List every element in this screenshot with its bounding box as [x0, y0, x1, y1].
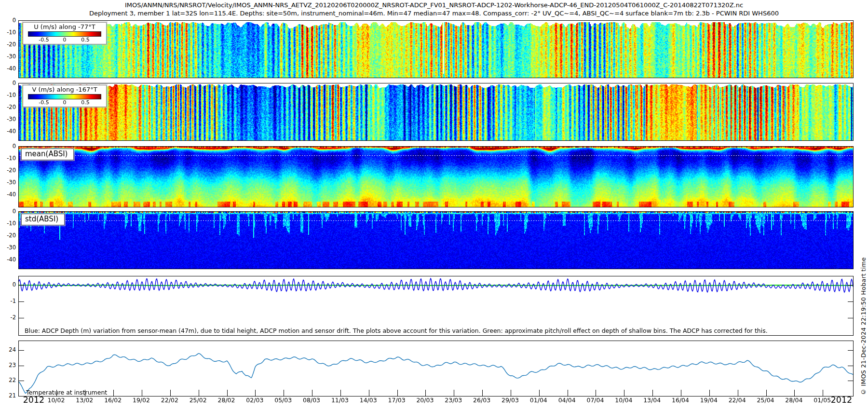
- colorbar-tick-label: 0: [63, 37, 67, 43]
- x-axis-date-label: 16/04: [665, 396, 696, 404]
- y-axis-tick-label: 0: [0, 208, 16, 215]
- x-axis-date-label: 28/04: [778, 396, 809, 404]
- x-axis-date-label: 01/05: [807, 396, 838, 404]
- y-axis-tick-label: -30: [0, 53, 16, 60]
- std-absi-label: std(ABSI): [21, 214, 65, 225]
- y-axis-tick-label: -2: [0, 314, 16, 321]
- y-axis-tick-label: -20: [0, 104, 16, 110]
- std-absi-heatmap: [19, 212, 853, 269]
- colorbar-tick-label: -0.5: [39, 37, 49, 43]
- mean-absi-heatmap: [19, 147, 853, 207]
- x-axis-date-label: 22/02: [154, 396, 185, 404]
- panel-std-absi: std(ABSI): [18, 211, 854, 269]
- panel-v-velocity: V (m/s) along -167°T -0.500.5: [18, 83, 854, 141]
- panel-temperature: Temperature at instrument: [18, 341, 854, 396]
- x-axis-date-label: 14/03: [353, 396, 384, 404]
- y-axis-tick-label: 0: [0, 143, 16, 150]
- colorbar-tick-label: 0: [63, 99, 67, 106]
- y-axis-tick-label: 0: [0, 80, 16, 86]
- y-axis-tick-label: 24: [0, 346, 16, 353]
- panel-u-velocity: U (m/s) along -77°T -0.500.5: [18, 20, 854, 78]
- y-axis-tick-label: -1: [0, 298, 16, 304]
- x-axis-date-label: 19/02: [126, 396, 157, 404]
- x-axis-date-label: 16/02: [97, 396, 128, 404]
- adcp-deployment-figure: IMOS/ANMN/NRS/NRSROT/Velocity/IMOS_ANMN-…: [0, 0, 868, 410]
- y-axis-tick-label: 22: [0, 377, 16, 383]
- y-axis-tick-label: -40: [0, 191, 16, 198]
- colorbar-tick-label: -0.5: [39, 99, 49, 106]
- u-legend-title: U (m/s) along -77°T: [23, 23, 106, 31]
- v-colorbar-ticks: -0.500.5: [23, 99, 106, 106]
- x-axis-date-label: 29/03: [495, 396, 526, 404]
- page-subtitle: Deployment 3, member 1 lat=32S lon=115.4…: [0, 10, 868, 17]
- x-axis-date-label: 19/04: [693, 396, 724, 404]
- x-axis-date-label: 25/02: [183, 396, 214, 404]
- colorbar-tick-label: 0.5: [81, 99, 90, 106]
- panel-depth-variation: Blue: ADCP Depth (m) variation from sens…: [18, 276, 854, 336]
- x-axis-date-label: 23/03: [438, 396, 469, 404]
- x-axis-date-label: 17/03: [381, 396, 412, 404]
- x-axis-date-label: 25/04: [750, 396, 781, 404]
- x-axis-date-label: 07/04: [580, 396, 610, 404]
- v-colorbar: [28, 94, 101, 99]
- x-axis-date-label: 22/04: [722, 396, 753, 404]
- x-axis-date-label: 28/02: [211, 396, 242, 404]
- y-axis-tick-label: -10: [0, 92, 16, 98]
- y-axis-tick-label: -10: [0, 29, 16, 36]
- y-axis-tick-label: -30: [0, 116, 16, 123]
- mean-absi-label: mean(ABSI): [21, 149, 74, 160]
- y-axis-tick-label: -40: [0, 256, 16, 263]
- temperature-plot: [19, 341, 853, 396]
- y-axis-tick-label: -10: [0, 220, 16, 227]
- x-axis-date-label: 20/03: [409, 396, 440, 404]
- y-axis-tick-label: 23: [0, 362, 16, 369]
- page-title: IMOS/ANMN/NRS/NRSROT/Velocity/IMOS_ANMN-…: [0, 1, 868, 9]
- x-axis-date-label: 13/04: [637, 396, 667, 404]
- y-axis-tick-label: 21: [0, 392, 16, 399]
- x-axis-date-label: 08/03: [296, 396, 327, 404]
- y-axis-tick-label: -40: [0, 65, 16, 72]
- y-axis-tick-label: -40: [0, 128, 16, 135]
- v-colorbar-legend: V (m/s) along -167°T -0.500.5: [23, 85, 107, 107]
- v-velocity-heatmap: [19, 83, 853, 140]
- imos-watermark: © IMOS 21-Dec-2024 22:19:50 Hobart time: [860, 216, 867, 396]
- x-axis-date-label: 02/03: [239, 396, 270, 404]
- panel-mean-absi: mean(ABSI): [18, 146, 854, 207]
- u-colorbar-ticks: -0.500.5: [23, 37, 106, 43]
- u-velocity-heatmap: [19, 21, 853, 78]
- x-axis-date-label: 01/04: [523, 396, 554, 404]
- v-legend-title: V (m/s) along -167°T: [23, 86, 106, 94]
- x-axis-date-label: 10/04: [608, 396, 639, 404]
- x-axis-date-label: 26/03: [466, 396, 497, 404]
- x-axis-date-label: 11/03: [325, 396, 355, 404]
- x-axis-date-label: 10/02: [41, 396, 71, 404]
- temperature-label: Temperature at instrument: [26, 389, 107, 396]
- y-axis-tick-label: -20: [0, 41, 16, 48]
- u-colorbar: [28, 31, 101, 37]
- y-axis-tick-label: 0: [0, 281, 16, 288]
- y-axis-tick-label: -30: [0, 244, 16, 251]
- x-axis-date-label: 05/03: [268, 396, 298, 404]
- y-axis-tick-label: 0: [0, 17, 16, 24]
- x-axis-date-label: 04/04: [552, 396, 583, 404]
- u-colorbar-legend: U (m/s) along -77°T -0.500.5: [23, 22, 107, 44]
- y-axis-tick-label: -10: [0, 155, 16, 162]
- y-axis-tick-label: -20: [0, 232, 16, 239]
- y-axis-tick-label: -20: [0, 167, 16, 174]
- colorbar-tick-label: 0.5: [81, 37, 90, 43]
- depth-variation-plot: [19, 276, 853, 335]
- y-axis-tick-label: -30: [0, 179, 16, 186]
- x-axis-date-label: 13/02: [69, 396, 100, 404]
- depth-annotation: Blue: ADCP Depth (m) variation from sens…: [25, 327, 768, 334]
